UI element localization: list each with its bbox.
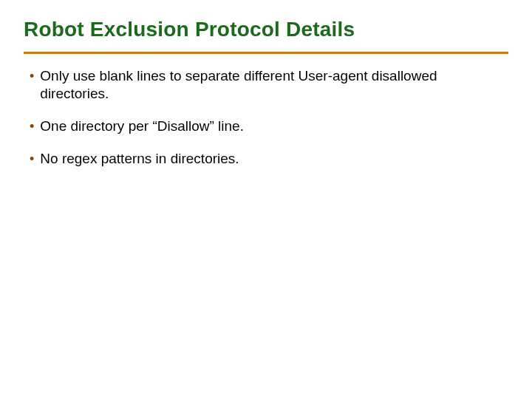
bullet-text: No regex patterns in directories. xyxy=(40,150,239,168)
bullet-icon: • xyxy=(30,117,34,135)
list-item: • One directory per “Disallow” line. xyxy=(30,117,508,135)
bullet-list: • Only use blank lines to separate diffe… xyxy=(24,67,508,168)
bullet-icon: • xyxy=(30,150,34,168)
bullet-icon: • xyxy=(30,67,34,85)
slide: Robot Exclusion Protocol Details • Only … xyxy=(0,0,532,399)
bullet-text: One directory per “Disallow” line. xyxy=(40,117,244,135)
bullet-text: Only use blank lines to separate differe… xyxy=(40,67,454,103)
title-underline xyxy=(24,52,508,54)
list-item: • Only use blank lines to separate diffe… xyxy=(30,67,508,103)
list-item: • No regex patterns in directories. xyxy=(30,150,508,168)
slide-title: Robot Exclusion Protocol Details xyxy=(24,18,508,41)
